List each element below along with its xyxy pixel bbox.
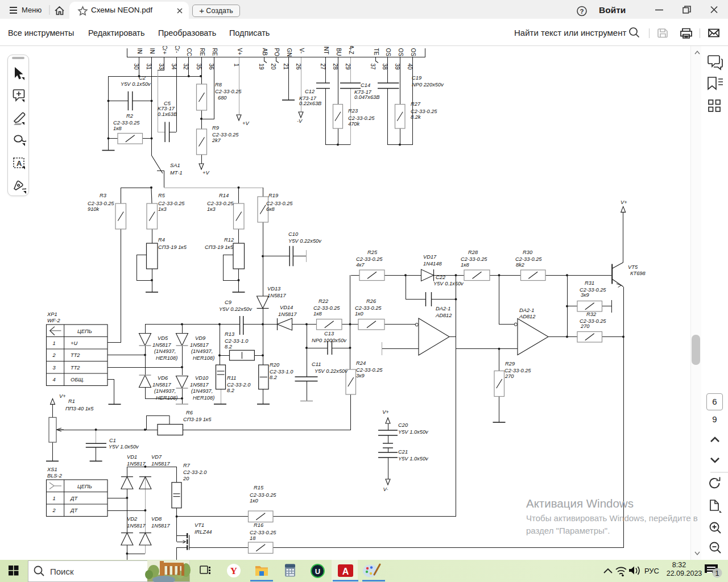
svg-text:R12: R12 <box>224 237 234 243</box>
svg-text:HER108): HER108) <box>193 395 214 401</box>
svg-text:C2-33-0.25: C2-33-0.25 <box>515 256 542 262</box>
svg-text:КТ698: КТ698 <box>630 271 646 276</box>
svg-text:BLS-2: BLS-2 <box>47 473 63 479</box>
svg-text:1к0: 1к0 <box>250 498 259 504</box>
svg-text:30: 30 <box>133 64 139 70</box>
svg-text:INT: INT <box>323 46 329 55</box>
svg-text:R14: R14 <box>219 193 229 198</box>
svg-text:V+: V+ <box>382 409 389 415</box>
svg-text:R9: R9 <box>212 125 219 131</box>
svg-text:DA2-1: DA2-1 <box>519 307 534 313</box>
svg-text:МТ-1: МТ-1 <box>170 170 183 176</box>
svg-text:C22: C22 <box>436 275 446 280</box>
svg-text:AB: AB <box>262 48 268 56</box>
svg-text:R28: R28 <box>468 250 478 255</box>
svg-text:NP0 1000x50v: NP0 1000x50v <box>312 338 347 343</box>
svg-text:SA1: SA1 <box>170 163 180 168</box>
svg-text:C2-33-0.25: C2-33-0.25 <box>266 201 293 206</box>
svg-text:1N5817: 1N5817 <box>152 382 171 388</box>
svg-text:R2: R2 <box>126 113 134 119</box>
svg-text:VD2: VD2 <box>127 516 138 522</box>
svg-text:C12: C12 <box>305 89 315 94</box>
svg-text:R13: R13 <box>225 331 235 337</box>
svg-text:DA2-1: DA2-1 <box>436 306 450 311</box>
svg-text:1: 1 <box>233 64 239 67</box>
svg-text:R22: R22 <box>318 298 329 304</box>
svg-text:R30: R30 <box>523 250 533 255</box>
svg-text:C2-33-0.25: C2-33-0.25 <box>356 256 383 262</box>
svg-text:1к3: 1к3 <box>207 206 216 212</box>
svg-text:ДТ: ДТ <box>70 496 78 501</box>
svg-text:XP1: XP1 <box>47 311 57 317</box>
svg-text:3к9: 3к9 <box>356 373 365 379</box>
svg-text:Cr-: Cr- <box>174 46 180 53</box>
svg-text:1к8: 1к8 <box>461 262 470 268</box>
svg-text:38: 38 <box>382 64 388 70</box>
svg-text:R26: R26 <box>366 298 377 304</box>
svg-text:R4: R4 <box>158 237 165 243</box>
svg-text:1N5817: 1N5817 <box>278 311 297 317</box>
svg-text:R5: R5 <box>158 193 166 198</box>
svg-text:ТТ2: ТТ2 <box>71 365 80 371</box>
svg-text:OS: OS <box>398 48 404 57</box>
svg-text:ДТ: ДТ <box>70 508 78 513</box>
svg-text:C9: C9 <box>225 300 231 305</box>
svg-text:32: 32 <box>183 64 189 70</box>
svg-text:+V: +V <box>202 170 209 176</box>
svg-text:910k: 910k <box>88 206 100 212</box>
svg-text:8.2: 8.2 <box>270 375 278 380</box>
svg-text:V+: V+ <box>59 393 66 399</box>
svg-text:+U: +U <box>71 340 77 346</box>
svg-text:0.047х63В: 0.047х63В <box>354 94 379 100</box>
svg-text:ТТ2: ТТ2 <box>71 352 80 358</box>
svg-text:(1N4937,: (1N4937, <box>191 348 213 354</box>
svg-text:C2-33-2.0: C2-33-2.0 <box>227 382 251 388</box>
svg-text:Y5V 0.22x50v: Y5V 0.22x50v <box>288 238 322 244</box>
svg-text:33: 33 <box>158 64 164 70</box>
svg-text:ЦЕПЬ: ЦЕПЬ <box>77 329 92 334</box>
svg-text:-V: -V <box>297 118 303 124</box>
svg-text:RE: RE <box>199 48 205 56</box>
svg-text:PO: PO <box>274 48 280 57</box>
svg-text:VD14: VD14 <box>280 305 293 310</box>
svg-text:VD8: VD8 <box>151 516 162 522</box>
svg-text:K73-17: K73-17 <box>354 89 372 95</box>
svg-text:1: 1 <box>715 569 719 577</box>
svg-text:C2: C2 <box>139 75 146 81</box>
svg-text:IN: IN <box>136 48 143 54</box>
svg-text:R32: R32 <box>586 311 597 317</box>
svg-text:270: 270 <box>580 323 590 329</box>
svg-text:(1N4937,: (1N4937, <box>154 348 176 354</box>
svg-text:A: A <box>16 159 22 168</box>
svg-text:C2-33-0.25: C2-33-0.25 <box>580 318 606 324</box>
svg-text:20: 20 <box>183 476 189 481</box>
svg-text:C2-33-0.25: C2-33-0.25 <box>411 109 437 114</box>
svg-text:C19: C19 <box>412 75 421 81</box>
svg-text:1к3: 1к3 <box>158 206 167 212</box>
svg-text:3: 3 <box>52 365 56 371</box>
svg-text:VD10: VD10 <box>195 375 209 381</box>
svg-text:C2-33-0.25: C2-33-0.25 <box>348 115 375 121</box>
svg-text:A: A <box>342 567 349 576</box>
svg-text:31: 31 <box>146 64 152 70</box>
svg-text:1: 1 <box>52 496 55 501</box>
svg-text:C11: C11 <box>312 361 321 367</box>
svg-text:Y5V 0.1x50v: Y5V 0.1x50v <box>121 81 151 87</box>
svg-text:IN: IN <box>149 48 155 54</box>
svg-text:C10: C10 <box>288 231 299 237</box>
svg-text:2: 2 <box>52 352 56 358</box>
svg-text:(1N4937,: (1N4937, <box>191 388 213 394</box>
svg-text:6к8: 6к8 <box>266 206 275 212</box>
svg-text:R15: R15 <box>254 485 264 490</box>
svg-text:8k2: 8k2 <box>516 262 525 268</box>
svg-text:4: 4 <box>52 377 55 383</box>
svg-text:Y5V 0.22x50v: Y5V 0.22x50v <box>219 306 253 312</box>
svg-text:C2-33-0.25: C2-33-0.25 <box>212 132 239 138</box>
svg-text:C2-33-0.25: C2-33-0.25 <box>250 530 276 535</box>
svg-text:R25: R25 <box>367 250 378 255</box>
svg-text:1N5817: 1N5817 <box>127 523 146 529</box>
svg-text:0.22х63В: 0.22х63В <box>299 101 321 106</box>
svg-text:R29: R29 <box>505 361 515 367</box>
svg-text:Cr+: Cr+ <box>162 46 168 55</box>
svg-text:V+: V+ <box>621 199 627 205</box>
